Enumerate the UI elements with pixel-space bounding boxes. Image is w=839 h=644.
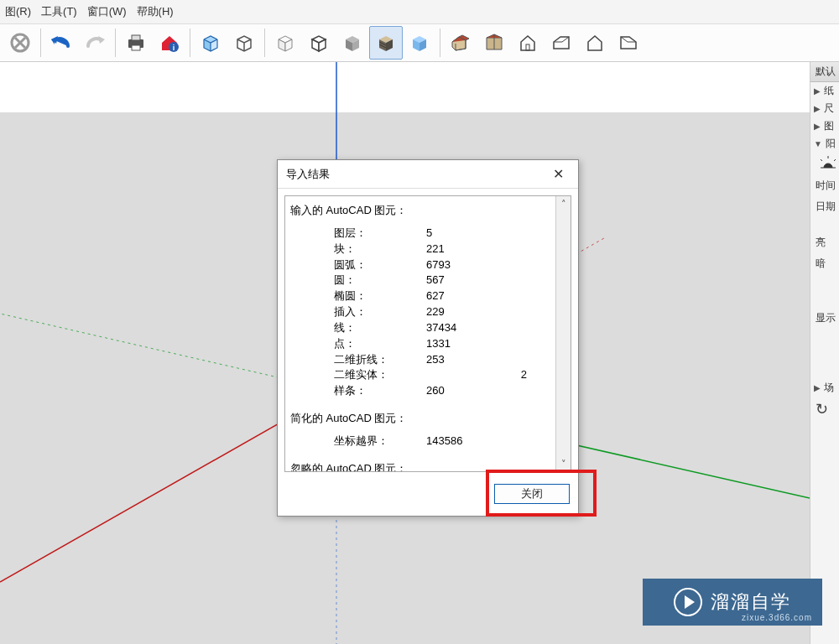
time-label: 时间 [810, 175, 839, 196]
cube-outline-icon [233, 33, 255, 53]
accordion-item[interactable]: ▶尺 [810, 100, 839, 117]
toolbar-separator [440, 29, 440, 57]
cube-xray-icon [409, 33, 430, 53]
dialog-body: 输入的 AutoCAD 图元： 图层：5 块：221 圆弧：6793 圆：567… [284, 195, 571, 472]
sun-icon [810, 153, 839, 175]
house-top-icon [483, 33, 505, 53]
dialog-title: 导入结果 [286, 167, 330, 182]
scroll-up-icon[interactable]: ˄ [558, 198, 570, 210]
row-label: 块： [334, 242, 426, 257]
model-info-button[interactable]: i [153, 26, 186, 60]
view-front-button[interactable] [511, 26, 545, 60]
view-top-button[interactable] [477, 26, 511, 60]
row-value: 37434 [426, 320, 477, 336]
svg-marker-4 [98, 36, 105, 44]
menu-help[interactable]: 帮助(H) [132, 3, 179, 21]
dialog-scrollbar[interactable]: ˄ ˅ [555, 196, 571, 471]
scroll-down-icon[interactable]: ˅ [558, 458, 570, 470]
date-label: 日期 [810, 196, 839, 217]
cancel-icon [9, 32, 31, 54]
menu-window[interactable]: 窗口(W) [82, 3, 132, 21]
import-result-dialog: 导入结果 ✕ 输入的 AutoCAD 图元： 图层：5 块：221 圆弧：679… [277, 159, 579, 517]
watermark-url: zixue.3d66.com [742, 613, 812, 622]
row-value: 2 [477, 367, 527, 383]
row-label: 圆弧： [334, 257, 426, 273]
style-hidden-button[interactable] [227, 26, 261, 60]
right-panel: 默认 ▶纸 ▶尺 ▶图 ▼阳 时间 日期 亮 暗 显示 ▶场 ↻ [810, 62, 839, 644]
undo-button[interactable] [44, 26, 78, 60]
play-icon [674, 588, 702, 616]
row-label: 样条： [334, 383, 426, 399]
redo-button[interactable] [78, 26, 112, 60]
style-shaded-edges-button[interactable] [302, 26, 336, 60]
view-back-button[interactable] [578, 26, 612, 60]
row-value: 143586 [426, 434, 477, 449]
dialog-content: 输入的 AutoCAD 图元： 图层：5 块：221 圆弧：6793 圆：567… [285, 196, 555, 471]
view-right-button[interactable] [545, 26, 578, 60]
section-simplified-heading: 简化的 AutoCAD 图元： [290, 411, 547, 427]
accordion-item[interactable]: ▶图 [810, 117, 839, 135]
accordion-item[interactable]: ▶纸 [810, 82, 839, 100]
cube-edges-icon [308, 33, 330, 53]
accordion-item-bottom[interactable]: ▶场 [810, 379, 839, 397]
row-value: 5 [426, 226, 477, 242]
cancel-button[interactable] [3, 26, 37, 60]
menu-tools[interactable]: 工具(T) [36, 3, 82, 21]
toolbar-separator [264, 29, 265, 57]
row-label: 椭圆： [334, 288, 426, 304]
svg-line-21 [821, 159, 822, 161]
cube-wire-icon [200, 33, 221, 53]
row-value: 567 [426, 273, 477, 288]
toolbar-separator [190, 29, 190, 57]
toolbar: i [0, 23, 839, 62]
row-label: 圆： [334, 273, 426, 288]
accordion-item[interactable]: ▼阳 [810, 135, 839, 153]
style-textured-button[interactable] [369, 26, 403, 60]
row-label: 点： [334, 336, 426, 352]
printer-icon [125, 33, 147, 53]
menu-view[interactable]: 图(R) [0, 3, 36, 21]
row-value: 627 [426, 288, 477, 304]
dialog-close-button[interactable]: ✕ [546, 163, 570, 186]
style-xray-button[interactable] [403, 26, 436, 60]
section-imported-heading: 输入的 AutoCAD 图元： [290, 203, 547, 219]
close-button[interactable]: 关闭 [494, 484, 570, 504]
svg-rect-6 [132, 35, 140, 40]
toolbar-separator [40, 29, 41, 57]
view-iso-button[interactable] [444, 26, 477, 60]
dark-label: 暗 [810, 253, 839, 274]
house-side1-icon [550, 32, 572, 54]
svg-rect-7 [132, 45, 140, 50]
display-label: 显示 [810, 308, 839, 329]
row-value: 1331 [426, 336, 477, 352]
style-monochrome-button[interactable] [336, 26, 369, 60]
row-label: 线： [334, 320, 426, 336]
svg-line-22 [834, 159, 836, 161]
view-left-button[interactable] [612, 26, 645, 60]
menu-bar: 图(R) 工具(T) 窗口(W) 帮助(H) [0, 0, 839, 23]
house-info-icon: i [159, 32, 180, 54]
undo-icon [50, 33, 73, 53]
style-shaded-button[interactable] [268, 26, 302, 60]
style-wireframe-button[interactable] [194, 26, 227, 60]
dialog-titlebar[interactable]: 导入结果 ✕ [278, 160, 578, 189]
house-iso-icon [449, 32, 472, 54]
house-back-icon [584, 32, 606, 54]
row-label: 二维实体： [334, 367, 426, 383]
row-value: 6793 [426, 257, 477, 273]
cube-solid-icon [341, 33, 363, 53]
cube-textured-icon [375, 33, 397, 53]
row-value: 260 [426, 383, 477, 399]
house-side2-icon [618, 32, 639, 54]
svg-text:i: i [173, 44, 175, 52]
row-label: 坐标越界： [334, 434, 426, 449]
bright-label: 亮 [810, 232, 839, 253]
panel-tab-default[interactable]: 默认 [810, 62, 839, 82]
print-button[interactable] [119, 26, 153, 60]
refresh-button[interactable]: ↻ [810, 397, 839, 422]
row-label: 插入： [334, 304, 426, 320]
row-value: 253 [426, 352, 477, 368]
dialog-buttons: 关闭 [278, 479, 578, 516]
watermark: 溜溜自学 zixue.3d66.com [643, 579, 822, 626]
close-icon: ✕ [553, 166, 564, 182]
